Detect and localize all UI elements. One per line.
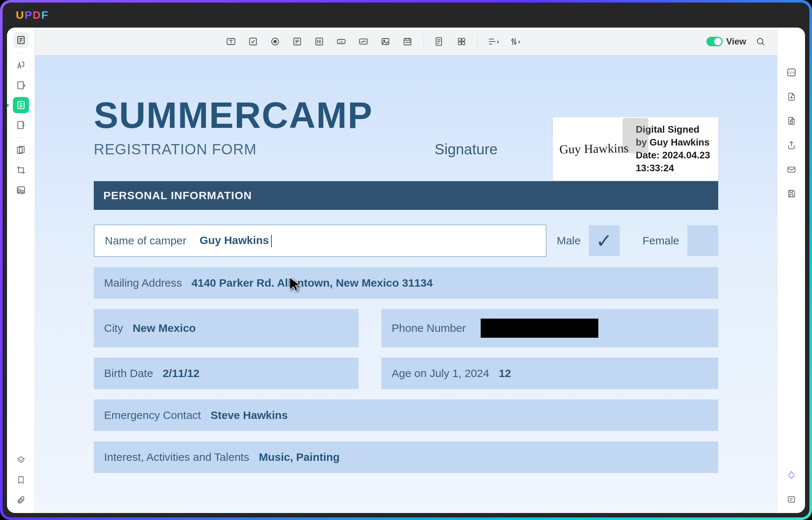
- right-sidebar: OCR: [777, 28, 805, 513]
- signature-handwriting: Guy Hawkins: [559, 141, 628, 157]
- emergency-contact-field[interactable]: Emergency Contact Steve Hawkins: [94, 399, 718, 431]
- attachment-icon[interactable]: [13, 492, 29, 508]
- text-field-tool-icon[interactable]: [223, 34, 239, 49]
- svg-rect-60: [790, 194, 793, 197]
- edit-tool-icon[interactable]: [13, 77, 29, 93]
- view-toggle[interactable]: View: [706, 36, 746, 47]
- form-toolbar: OK: [35, 28, 777, 55]
- dropdown-tool-icon[interactable]: [289, 34, 305, 49]
- mailing-address-field[interactable]: Mailing Address 4140 Parker Rd. Allentow…: [94, 267, 718, 299]
- svg-rect-15: [250, 38, 257, 45]
- female-checkbox[interactable]: [687, 225, 718, 256]
- camper-name-field[interactable]: Name of camper Guy Hawkins: [94, 225, 546, 257]
- ai-flower-icon[interactable]: [783, 467, 799, 484]
- view-switch[interactable]: [706, 37, 723, 46]
- protect-icon[interactable]: [783, 113, 799, 129]
- save-icon[interactable]: [783, 186, 799, 202]
- updf-logo: UPDF: [16, 9, 49, 21]
- bookmark-icon[interactable]: [13, 472, 29, 488]
- align-tool-icon[interactable]: [486, 34, 501, 49]
- page-tool-icon[interactable]: [13, 117, 29, 133]
- city-field[interactable]: City New Mexico: [94, 309, 359, 347]
- svg-rect-58: [788, 167, 795, 172]
- search-icon[interactable]: [753, 34, 768, 49]
- svg-rect-46: [462, 42, 465, 45]
- svg-rect-30: [382, 38, 389, 44]
- female-label: Female: [642, 234, 679, 247]
- radio-tool-icon[interactable]: [267, 34, 283, 49]
- svg-marker-13: [18, 457, 24, 460]
- svg-rect-45: [458, 42, 461, 45]
- svg-text:OK: OK: [339, 40, 343, 43]
- svg-rect-61: [788, 496, 794, 502]
- signature-block: Guy Hawkins Digital Signed by Guy Hawkin…: [553, 117, 718, 187]
- svg-rect-43: [458, 38, 461, 41]
- ocr-icon[interactable]: OCR: [783, 64, 799, 80]
- svg-rect-56: [790, 121, 793, 123]
- reader-mode-icon[interactable]: [13, 32, 29, 48]
- form-tool-icon[interactable]: [13, 97, 29, 113]
- svg-point-36: [406, 42, 407, 43]
- layers-icon[interactable]: [13, 452, 29, 468]
- listbox-tool-icon[interactable]: [311, 34, 327, 49]
- birthdate-field[interactable]: Birth Date 2/11/12: [94, 358, 359, 389]
- signature-tool-icon[interactable]: [356, 34, 371, 49]
- notes-panel-icon[interactable]: [783, 492, 799, 508]
- tools-settings-icon[interactable]: [508, 34, 523, 49]
- form-recognize-icon[interactable]: [432, 34, 447, 49]
- svg-point-50: [512, 39, 514, 41]
- svg-line-53: [762, 43, 764, 45]
- camper-name-value: Guy Hawkins: [200, 234, 272, 247]
- view-label: View: [726, 36, 746, 47]
- male-checkbox[interactable]: ✓: [589, 225, 620, 256]
- convert-icon[interactable]: [783, 89, 799, 105]
- svg-rect-59: [790, 190, 793, 192]
- svg-rect-44: [462, 38, 465, 41]
- checkbox-tool-icon[interactable]: [245, 34, 261, 49]
- comment-tool-icon[interactable]: [13, 57, 29, 73]
- svg-point-52: [757, 38, 763, 44]
- date-tool-icon[interactable]: [400, 34, 415, 49]
- image-tool-icon[interactable]: [378, 34, 393, 49]
- svg-point-38: [409, 42, 410, 43]
- organize-icon[interactable]: [13, 142, 29, 158]
- svg-rect-4: [18, 82, 23, 89]
- signature-label: Signature: [435, 141, 498, 158]
- phone-redacted: [481, 319, 598, 338]
- share-icon[interactable]: [783, 137, 799, 153]
- svg-rect-32: [404, 38, 411, 45]
- phone-field[interactable]: Phone Number: [381, 309, 718, 347]
- form-grid-icon[interactable]: [454, 34, 469, 49]
- doc-subtitle: REGISTRATION FORM: [94, 141, 257, 158]
- svg-point-37: [407, 42, 408, 43]
- male-label: Male: [557, 234, 581, 247]
- left-sidebar: [7, 28, 35, 513]
- svg-point-51: [514, 42, 516, 43]
- interests-field[interactable]: Interest, Activities and Talents Music, …: [94, 441, 718, 473]
- document-page: SUMMERCAMP REGISTRATION FORM Signature G…: [35, 55, 777, 513]
- crop-icon[interactable]: [13, 162, 29, 178]
- email-icon[interactable]: [783, 161, 799, 177]
- redact-icon[interactable]: [13, 182, 29, 198]
- svg-text:OCR: OCR: [788, 71, 794, 75]
- age-field[interactable]: Age on July 1, 2024 12: [381, 358, 718, 389]
- button-tool-icon[interactable]: OK: [334, 34, 349, 49]
- svg-point-17: [274, 40, 277, 43]
